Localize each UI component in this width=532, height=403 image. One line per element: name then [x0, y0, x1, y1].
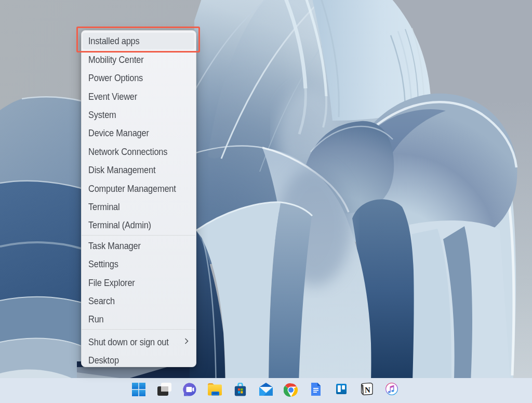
svg-text:N: N [365, 386, 370, 394]
